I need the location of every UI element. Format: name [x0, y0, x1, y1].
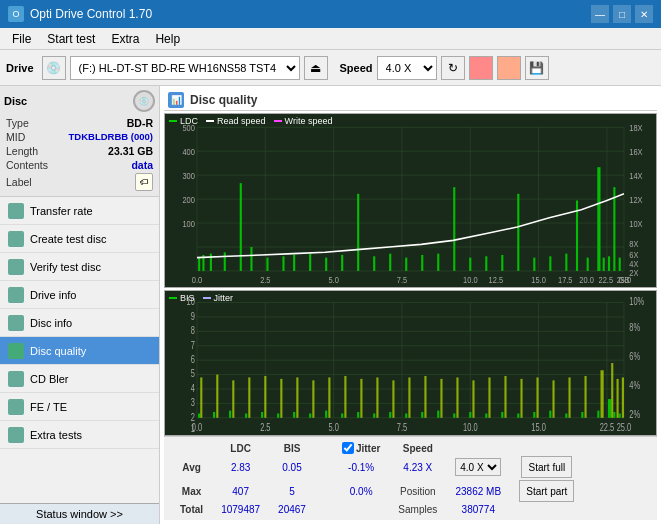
avg-ldc: 2.83 — [213, 456, 268, 478]
start-part-button[interactable]: Start part — [519, 480, 574, 502]
jitter-legend: Jitter — [203, 293, 234, 303]
sidebar-item-cd-bler[interactable]: CD Bler — [0, 365, 159, 393]
max-bis: 5 — [270, 480, 314, 502]
svg-text:7.5: 7.5 — [397, 422, 407, 433]
svg-rect-120 — [261, 412, 263, 418]
sidebar-item-disc-quality[interactable]: Disc quality — [0, 337, 159, 365]
svg-text:0.0: 0.0 — [192, 274, 203, 285]
write-speed-legend-label: Write speed — [285, 116, 333, 126]
menu-start-test[interactable]: Start test — [39, 30, 103, 48]
svg-rect-119 — [245, 413, 247, 417]
jitter-legend-label: Jitter — [214, 293, 234, 303]
drive-select[interactable]: (F:) HL-DT-ST BD-RE WH16NS58 TST4 — [70, 56, 300, 80]
drive-icon-btn[interactable]: 💿 — [42, 56, 66, 80]
svg-text:20.0: 20.0 — [579, 274, 594, 285]
svg-rect-48 — [266, 258, 268, 271]
svg-rect-148 — [248, 377, 250, 417]
fe-te-icon — [8, 399, 24, 415]
disc-info-icon — [8, 315, 24, 331]
disc-mid-row: MID TDKBLDRBB (000) — [4, 130, 155, 144]
menu-help[interactable]: Help — [147, 30, 188, 48]
sidebar-item-transfer-rate[interactable]: Transfer rate — [0, 197, 159, 225]
start-part-cell: Start part — [511, 480, 582, 502]
svg-rect-132 — [453, 413, 455, 417]
svg-text:200: 200 — [182, 194, 195, 205]
refresh-button[interactable]: ↻ — [441, 56, 465, 80]
maximize-button[interactable]: □ — [613, 5, 631, 23]
svg-rect-162 — [472, 380, 474, 417]
svg-rect-60 — [453, 187, 455, 271]
stats-table: LDC BIS Jitter Speed Avg 2.83 — [170, 440, 584, 517]
svg-rect-124 — [325, 411, 327, 418]
svg-rect-164 — [504, 376, 506, 418]
svg-text:10.0: 10.0 — [463, 274, 478, 285]
svg-rect-139 — [565, 413, 567, 417]
svg-text:8X: 8X — [629, 238, 638, 249]
sidebar-item-create-test[interactable]: Create test disc — [0, 225, 159, 253]
svg-rect-55 — [373, 256, 375, 271]
svg-rect-165 — [520, 379, 522, 418]
sidebar-item-drive-info[interactable]: Drive info — [0, 281, 159, 309]
drive-info-icon — [8, 287, 24, 303]
svg-text:GB: GB — [619, 274, 630, 285]
svg-rect-72 — [608, 256, 610, 271]
disc-contents-label: Contents — [6, 159, 48, 171]
menu-extra[interactable]: Extra — [103, 30, 147, 48]
avg-bis: 0.05 — [270, 456, 314, 478]
bis-legend: BIS — [169, 293, 195, 303]
samples-value: 380774 — [447, 504, 509, 515]
bis-legend-label: BIS — [180, 293, 195, 303]
sidebar-item-extra-tests[interactable]: Extra tests — [0, 421, 159, 449]
disc-icon: 💿 — [133, 90, 155, 112]
sidebar-item-verify-test[interactable]: Verify test disc — [0, 253, 159, 281]
sidebar-item-disc-info[interactable]: Disc info — [0, 309, 159, 337]
svg-rect-153 — [328, 377, 330, 417]
read-speed-legend-label: Read speed — [217, 116, 266, 126]
disc-length-row: Length 23.31 GB — [4, 144, 155, 158]
svg-rect-154 — [344, 376, 346, 418]
start-full-button[interactable]: Start full — [521, 456, 572, 478]
svg-text:400: 400 — [182, 146, 195, 157]
svg-rect-136 — [517, 413, 519, 417]
status-window-btn[interactable]: Status window >> — [0, 503, 159, 524]
speed-select[interactable]: 4.0 X — [377, 56, 437, 80]
menu-file[interactable]: File — [4, 30, 39, 48]
sidebar-item-label: Extra tests — [30, 429, 82, 441]
svg-rect-66 — [549, 256, 551, 271]
total-bis: 20467 — [270, 504, 314, 515]
disc-label-icon[interactable]: 🏷 — [135, 173, 153, 191]
svg-rect-123 — [309, 413, 311, 417]
svg-rect-157 — [392, 380, 394, 417]
svg-text:2.5: 2.5 — [260, 422, 270, 433]
eject-button[interactable]: ⏏ — [304, 56, 328, 80]
jitter-checkbox-label[interactable]: Jitter — [342, 442, 380, 454]
sidebar-item-fe-te[interactable]: FE / TE — [0, 393, 159, 421]
disc-type-row: Type BD-R — [4, 116, 155, 130]
disc2-button[interactable] — [497, 56, 521, 80]
svg-rect-141 — [597, 411, 599, 418]
sidebar-item-label: Create test disc — [30, 233, 106, 245]
speed-set-select[interactable]: 4.0 X — [455, 458, 501, 476]
svg-rect-158 — [408, 377, 410, 417]
svg-rect-160 — [440, 379, 442, 418]
svg-text:9: 9 — [191, 311, 195, 322]
disc-header: Disc 💿 — [4, 90, 155, 112]
ldc-chart-svg: 500 400 300 200 100 18X 16X 14X 12X 10X … — [165, 114, 656, 287]
speed-label: Speed — [340, 62, 373, 74]
minimize-button[interactable]: — — [591, 5, 609, 23]
close-button[interactable]: ✕ — [635, 5, 653, 23]
disc-button[interactable] — [469, 56, 493, 80]
save-button[interactable]: 💾 — [525, 56, 549, 80]
cd-bler-icon — [8, 371, 24, 387]
svg-text:25.0: 25.0 — [617, 422, 632, 433]
svg-rect-159 — [424, 376, 426, 418]
transfer-rate-icon — [8, 203, 24, 219]
svg-rect-143 — [613, 412, 615, 418]
svg-text:5.0: 5.0 — [328, 274, 339, 285]
svg-text:22.5: 22.5 — [599, 274, 614, 285]
svg-rect-57 — [405, 258, 407, 271]
chart-icon: 📊 — [168, 92, 184, 108]
jitter-checkbox[interactable] — [342, 442, 354, 454]
sidebar-item-label: Disc quality — [30, 345, 86, 357]
svg-text:22.5: 22.5 — [600, 422, 615, 433]
